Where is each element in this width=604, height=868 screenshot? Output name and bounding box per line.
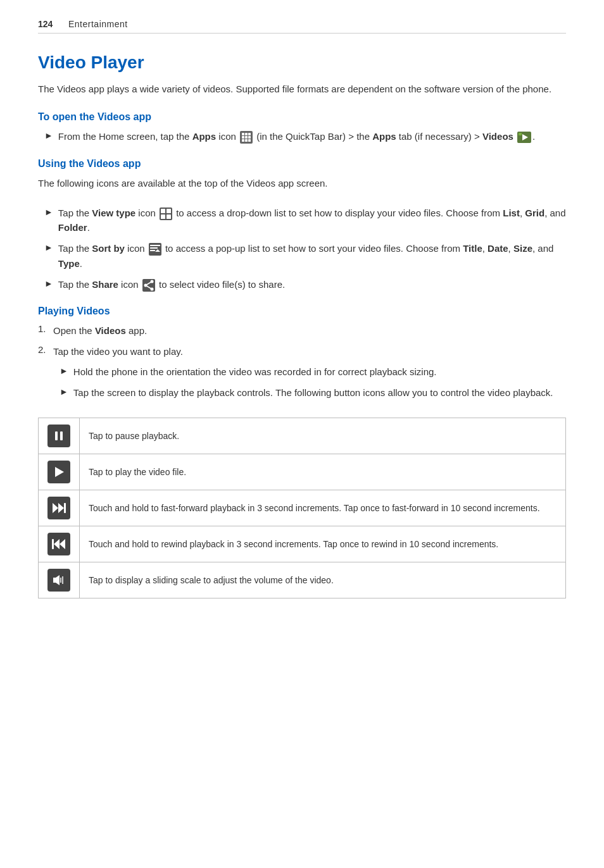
page-header: 124 Entertainment [38, 19, 566, 34]
svg-rect-2 [248, 133, 251, 135]
step-1-text: Open the Videos app. [53, 323, 147, 338]
page-chapter: Entertainment [68, 19, 128, 29]
svg-rect-25 [55, 431, 58, 440]
fast-forward-button-icon [47, 497, 70, 519]
svg-rect-26 [60, 431, 63, 440]
sub-bullet-orientation: ► Hold the phone in the orientation the … [53, 364, 553, 379]
step-2-number: 2. [38, 344, 53, 355]
svg-rect-0 [242, 133, 244, 135]
svg-rect-33 [52, 539, 54, 549]
rewind-button-icon [47, 533, 70, 555]
svg-rect-30 [64, 503, 66, 513]
bullet-text-share: Tap the Share icon to select video file(… [58, 277, 285, 292]
bullet-arrow-2: ► [44, 242, 53, 252]
svg-rect-8 [248, 139, 251, 142]
pause-description: Tap to pause playback. [80, 418, 566, 454]
svg-rect-14 [161, 214, 165, 219]
videos-icon [517, 132, 531, 143]
apps-icon [240, 131, 253, 144]
svg-marker-19 [155, 249, 160, 252]
subsection-title-playing: Playing Videos [38, 306, 566, 317]
bullet-arrow: ► [44, 130, 53, 140]
subsection-using-videos: Using the Videos app The following icons… [38, 158, 566, 292]
sub-bullet-text-orientation: Hold the phone in the orientation the vi… [73, 364, 437, 379]
playback-table: Tap to pause playback. Tap to play the v… [38, 418, 566, 598]
rew-description: Touch and hold to rewind playback in 3 s… [80, 526, 566, 562]
bullet-arrow-3: ► [44, 278, 53, 288]
share-icon [142, 279, 155, 292]
bullet-viewtype: ► Tap the View type icon to access a dro… [38, 206, 566, 235]
svg-marker-28 [53, 503, 58, 513]
svg-rect-13 [167, 209, 171, 213]
svg-line-23 [146, 282, 152, 285]
sort-by-icon [149, 243, 161, 256]
sub-bullet-text-controls: Tap the screen to display the playback c… [73, 385, 553, 400]
step-2: 2. Tap the video you want to play. ► Hol… [38, 344, 566, 406]
play-description: Tap to play the video file. [80, 454, 566, 490]
svg-marker-27 [55, 467, 64, 477]
svg-rect-15 [167, 214, 171, 219]
svg-rect-6 [242, 139, 244, 142]
ff-description: Touch and hold to fast-forward playback … [80, 490, 566, 526]
table-row: Touch and hold to rewind playback in 3 s… [39, 526, 566, 562]
svg-rect-17 [150, 247, 158, 249]
vol-icon-cell [39, 562, 80, 598]
svg-marker-34 [53, 575, 60, 585]
table-row: Tap to play the video file. [39, 454, 566, 490]
bullet-sortby: ► Tap the Sort by icon to access a pop-u… [38, 241, 566, 271]
svg-marker-29 [58, 503, 64, 513]
svg-rect-5 [248, 136, 251, 139]
table-row: Tap to display a sliding scale to adjust… [39, 562, 566, 598]
pause-icon-cell [39, 418, 80, 454]
svg-line-24 [146, 285, 152, 289]
step-1: 1. Open the Videos app. [38, 323, 566, 338]
svg-rect-1 [245, 133, 248, 135]
svg-rect-18 [150, 250, 155, 251]
svg-marker-32 [54, 539, 60, 549]
section-intro: The Videos app plays a wide variety of v… [38, 82, 566, 96]
page-number: 124 [38, 19, 57, 29]
step-2-text: Tap the video you want to play. [53, 344, 183, 359]
svg-rect-11 [519, 133, 522, 135]
bullet-text-viewtype: Tap the View type icon to access a drop-… [58, 206, 566, 235]
vol-description: Tap to display a sliding scale to adjust… [80, 562, 566, 598]
svg-rect-12 [161, 209, 165, 213]
bullet-text-sortby: Tap the Sort by icon to access a pop-up … [58, 241, 566, 271]
subsection-title-using: Using the Videos app [38, 158, 566, 170]
svg-marker-31 [60, 539, 65, 549]
svg-rect-4 [245, 136, 248, 139]
bullet-open-1: ► From the Home screen, tap the Apps ico… [38, 129, 566, 144]
volume-button-icon [47, 569, 70, 592]
play-icon-cell [39, 454, 80, 490]
svg-rect-7 [245, 139, 248, 142]
bullet-text-open-1: From the Home screen, tap the Apps icon [58, 129, 535, 144]
sub-bullet-controls: ► Tap the screen to display the playback… [53, 385, 553, 400]
subsection-playing-videos: Playing Videos 1. Open the Videos app. 2… [38, 306, 566, 598]
subsection-title-open: To open the Videos app [38, 111, 566, 123]
svg-rect-16 [150, 245, 160, 246]
section-title: Video Player [38, 53, 566, 73]
rew-icon-cell [39, 526, 80, 562]
step-2-sub-bullets: ► Hold the phone in the orientation the … [53, 364, 553, 407]
table-row: Tap to pause playback. [39, 418, 566, 454]
pause-button-icon [47, 425, 70, 447]
ff-icon-cell [39, 490, 80, 526]
sub-bullet-arrow-1: ► [60, 366, 68, 376]
play-button-icon [47, 461, 70, 483]
using-videos-intro: The following icons are available at the… [38, 176, 566, 190]
sub-bullet-arrow-2: ► [60, 387, 68, 397]
step-1-number: 1. [38, 323, 53, 334]
bullet-arrow-1: ► [44, 207, 53, 217]
table-row: Touch and hold to fast-forward playback … [39, 490, 566, 526]
svg-rect-3 [242, 136, 244, 139]
subsection-open-videos: To open the Videos app ► From the Home s… [38, 111, 566, 144]
view-type-icon [160, 208, 172, 220]
bullet-share: ► Tap the Share icon to select video fil… [38, 277, 566, 292]
